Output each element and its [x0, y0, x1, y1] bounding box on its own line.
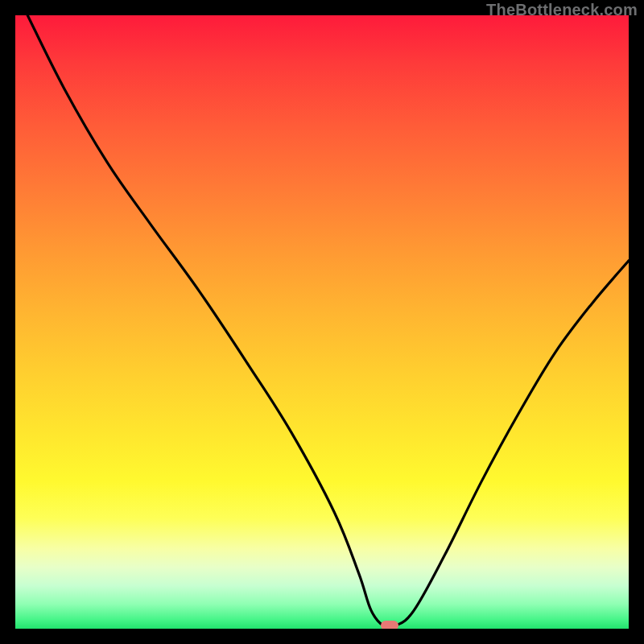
plot-area — [15, 15, 629, 629]
chart-frame: TheBottleneck.com — [0, 0, 644, 644]
bottleneck-curve — [15, 15, 629, 629]
watermark-text: TheBottleneck.com — [486, 1, 638, 19]
optimal-point-marker — [381, 621, 398, 629]
